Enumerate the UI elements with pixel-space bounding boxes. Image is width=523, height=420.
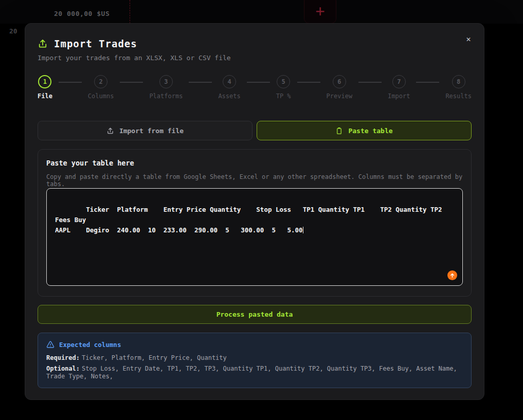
stepper-connector [59,82,82,83]
upload-icon [38,39,48,49]
paste-card-description: Copy and paste directly a table from Goo… [46,173,463,181]
screen: 20 000,00 $US + 20 ✕ Import Trades Impor… [0,0,523,420]
stepper-step-tp[interactable]: 5 TP % [276,75,291,100]
expected-columns-box: Expected columns Required:Ticker, Platfo… [38,333,472,388]
stepper-connector [358,82,382,83]
step-circle: 6 [333,75,346,88]
stepper-step-platforms[interactable]: 3 Platforms [149,75,183,100]
required-label: Required: [46,354,80,361]
step-label: TP % [276,93,291,100]
axis-balance-label: 20 [9,27,17,35]
optional-label: Optional: [46,365,80,372]
arrow-up-icon [449,272,455,278]
step-circle: 8 [452,75,465,88]
add-trade-button[interactable]: + [304,0,336,24]
step-label: Import [388,93,410,100]
step-label: File [38,93,52,100]
stepper-step-assets[interactable]: 4 Assets [218,75,240,100]
clipboard-icon [335,127,343,135]
stepper-connector [297,82,320,83]
import-from-file-button[interactable]: Import from file [38,121,253,140]
paste-card-title: Paste your table here [46,159,463,167]
step-label: Columns [88,93,114,100]
stepper-connector [120,82,143,83]
modal-subtitle: Import your trades from an XLSX, XLS or … [38,54,472,62]
import-mode-switch: Import from file Paste table [38,121,472,140]
paste-table-textarea[interactable]: Ticker Platform Entry Price Quantity Sto… [46,188,463,286]
step-label: Results [445,93,472,100]
modal-title: Import Trades [54,38,137,49]
step-circle: 2 [94,75,107,88]
account-balance-top: 20 000,00 $US [54,10,110,17]
expected-columns-header: Expected columns [46,340,463,349]
import-trades-modal: ✕ Import Trades Import your trades from … [25,23,484,400]
step-circle: 4 [223,75,236,88]
upload-icon [106,127,114,135]
paste-table-card: Paste your table here Copy and paste dir… [38,149,472,297]
required-columns-line: Required:Ticker, Platform, Entry Price, … [46,354,463,362]
chart-dashed-line [130,0,130,24]
step-circle: 5 [277,75,290,88]
stepper-step-import[interactable]: 7 Import [388,75,410,100]
optional-values: Stop Loss, Entry Date, TP1, TP2, TP3, Qu… [46,365,457,380]
warning-icon [46,340,55,349]
stepper-step-file[interactable]: 1 File [38,75,52,100]
wizard-stepper: 1 File 2 Columns 3 Platforms 4 Assets 5 … [38,75,472,100]
expected-columns-title: Expected columns [59,341,121,349]
optional-columns-line: Optional:Stop Loss, Entry Date, TP1, TP2… [46,365,463,380]
step-label: Preview [327,93,353,100]
scroll-top-button[interactable] [447,270,457,280]
step-label: Platforms [149,93,183,100]
stepper-step-columns[interactable]: 2 Columns [88,75,114,100]
required-values: Ticker, Platform, Entry Price, Quantity [82,354,227,361]
plus-icon: + [315,4,324,19]
modal-header: Import Trades [38,38,472,49]
stepper-step-preview[interactable]: 6 Preview [327,75,353,100]
paste-table-button[interactable]: Paste table [257,121,472,140]
step-circle: 7 [392,75,406,88]
stepper-connector [247,82,270,83]
stepper-connector [416,82,439,83]
step-circle: 1 [38,75,51,88]
pasted-table-text: Ticker Platform Entry Price Quantity Sto… [55,206,458,234]
stepper-step-results[interactable]: 8 Results [445,75,472,100]
step-label: Assets [218,93,240,100]
close-icon[interactable]: ✕ [461,32,476,46]
process-pasted-data-button[interactable]: Process pasted data [38,305,472,324]
import-from-file-label: Import from file [119,127,184,135]
step-circle: 3 [159,75,173,88]
stepper-connector [189,82,212,83]
paste-table-label: Paste table [348,127,392,135]
